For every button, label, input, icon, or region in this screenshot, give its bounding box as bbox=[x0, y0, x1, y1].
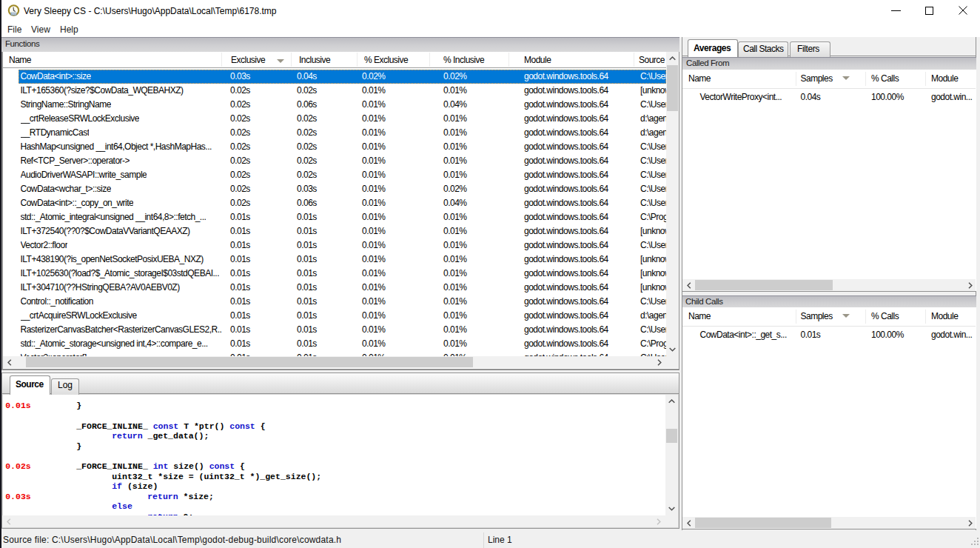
svg-text:zzz: zzz bbox=[11, 12, 17, 16]
